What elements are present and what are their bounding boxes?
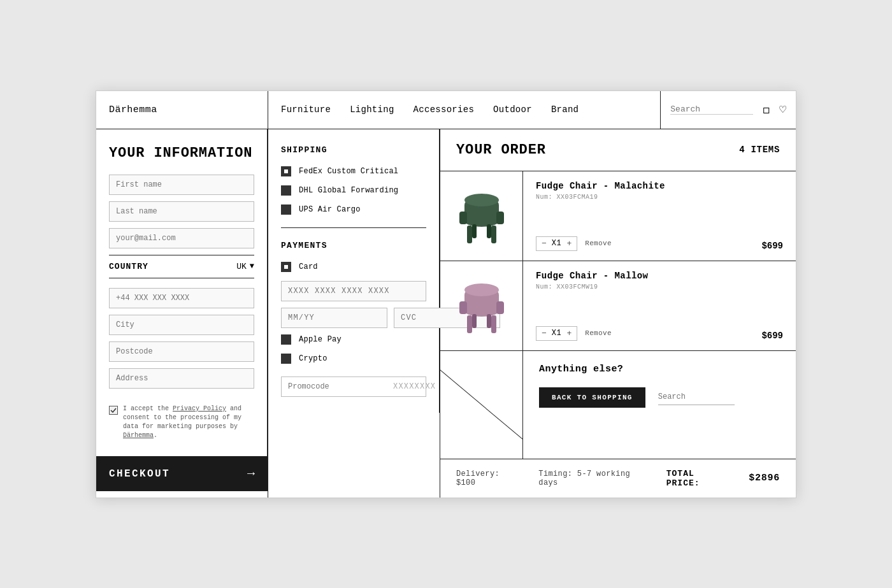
first-name-input[interactable] [109,175,254,195]
card-number-input[interactable] [281,281,426,301]
qty-value-1: X1 [552,239,562,248]
dhl-radio[interactable] [281,185,291,196]
apple-pay-option[interactable]: Apple Pay [281,334,426,345]
brand-link[interactable]: Därhemma [123,432,154,439]
svg-rect-0 [284,169,288,173]
header-search-input[interactable] [670,104,753,115]
svg-rect-13 [459,301,467,314]
fedex-radio[interactable] [281,166,291,176]
consent-text: I accept the Privacy Policy and consent … [123,405,254,440]
order-footer: Delivery: $100 Timing: 5-7 working days … [440,459,796,498]
apple-pay-label: Apple Pay [299,335,342,344]
privacy-policy-link[interactable]: Privacy Policy [173,405,226,412]
fedex-label: FedEx Custom Critical [299,167,398,176]
qty-increase-2[interactable]: + [566,329,572,338]
logo: Därhemma [96,91,268,129]
order-item-1: Fudge Chair - Malachite Num: XX03FCMA19 … [440,171,796,261]
phone-input[interactable] [109,288,254,308]
main-grid: YOUR INFORMATION COUNTRY UK ▼ [96,129,796,498]
item-details-2: Fudge Chair - Mallow Num: XX03FCMW19 − X… [523,261,749,350]
ups-option[interactable]: UPS Air Cargo [281,204,426,215]
checkout-arrow-icon: → [247,466,255,481]
order-item-2: Fudge Chair - Mallow Num: XX03FCMW19 − X… [440,261,796,351]
payments-title: PAYMENTS [281,241,426,250]
items-count: 4 ITEMS [739,145,780,155]
nav-brand[interactable]: Brand [551,104,579,115]
svg-point-10 [464,194,499,206]
item-image-mallow [440,261,523,350]
address-input[interactable] [109,368,254,389]
country-value[interactable]: UK ▼ [236,262,254,271]
your-information-section: YOUR INFORMATION COUNTRY UK ▼ [96,129,268,456]
header-search-area: ◻ ♡ [660,91,796,129]
item-image-malachite [440,171,523,261]
qty-value-2: X1 [552,329,562,338]
promo-code-display: XXXXXXXX [387,377,442,396]
delivery-info: Delivery: $100 [456,470,519,487]
postcode-input[interactable] [109,341,254,362]
remove-btn-1[interactable]: Remove [585,240,612,247]
svg-rect-16 [491,315,496,333]
item-price-1: $699 [749,171,796,261]
card-label: Card [299,262,318,271]
qty-box-2[interactable]: − X1 + [536,326,577,341]
order-section: YOUR ORDER 4 ITEMS [440,129,796,498]
timing-info: Timing: 5-7 working days [538,470,647,487]
city-input[interactable] [109,315,254,335]
consent-checkbox[interactable] [109,406,118,415]
apple-pay-radio[interactable] [281,334,291,345]
order-header: YOUR ORDER 4 ITEMS [440,129,796,171]
qty-increase-1[interactable]: + [566,239,572,248]
svg-rect-17 [472,314,477,328]
qty-decrease-2[interactable]: − [542,329,547,338]
anything-else-section: Anything else? BACK TO SHOPPING [440,351,796,459]
nav-accessories[interactable]: Accessories [414,104,475,115]
item-controls-1: − X1 + Remove [536,236,736,251]
wishlist-icon[interactable]: ♡ [779,103,786,117]
cart-icon[interactable]: ◻ [763,103,770,117]
svg-rect-14 [496,301,504,314]
chevron-down-icon: ▼ [250,262,254,271]
nav-furniture[interactable]: Furniture [281,104,331,115]
svg-rect-6 [467,226,472,243]
country-selector[interactable]: COUNTRY UK ▼ [109,255,254,278]
back-to-shopping-button[interactable]: BACK TO SHOPPING [539,387,645,408]
dhl-option[interactable]: DHL Global Forwarding [281,185,426,196]
main-nav: Furniture Lighting Accessories Outdoor B… [268,91,660,129]
divider [281,227,426,228]
item-name-1: Fudge Chair - Malachite [536,181,736,191]
item-controls-2: − X1 + Remove [536,326,736,341]
qty-box-1[interactable]: − X1 + [536,236,577,251]
email-input[interactable] [109,228,254,248]
consent-row: I accept the Privacy Policy and consent … [109,405,254,440]
checkout-bar[interactable]: CHECKOUT → [96,456,268,491]
card-expiry-cvc-row [281,308,426,328]
diagonal-decoration [440,352,523,458]
chair-malachite-svg [453,181,510,251]
ups-radio[interactable] [281,204,291,215]
card-radio[interactable] [281,262,291,272]
svg-rect-18 [487,314,491,328]
last-name-input[interactable] [109,201,254,222]
action-row: BACK TO SHOPPING [539,387,780,408]
item-price-2: $699 [749,261,796,350]
item-num-2: Num: XX03FCMW19 [536,283,736,290]
svg-rect-5 [496,212,504,224]
fedex-option[interactable]: FedEx Custom Critical [281,166,426,176]
expiry-input[interactable] [281,308,387,328]
qty-decrease-1[interactable]: − [542,239,547,248]
anything-search-input[interactable] [658,389,735,405]
nav-outdoor[interactable]: Outdoor [493,104,532,115]
svg-rect-7 [491,226,496,243]
item-details-1: Fudge Chair - Malachite Num: XX03FCMA19 … [523,171,749,261]
shipping-title: SHIPPING [281,145,426,155]
card-option[interactable]: Card [281,262,426,272]
nav-lighting[interactable]: Lighting [350,104,394,115]
promo-row: XXXXXXXX [281,376,426,397]
anything-else-title: Anything else? [539,364,780,375]
crypto-radio[interactable] [281,354,291,364]
remove-btn-2[interactable]: Remove [585,329,612,337]
crypto-option[interactable]: Crypto [281,354,426,364]
promo-input[interactable] [282,377,387,396]
svg-rect-15 [467,315,472,333]
